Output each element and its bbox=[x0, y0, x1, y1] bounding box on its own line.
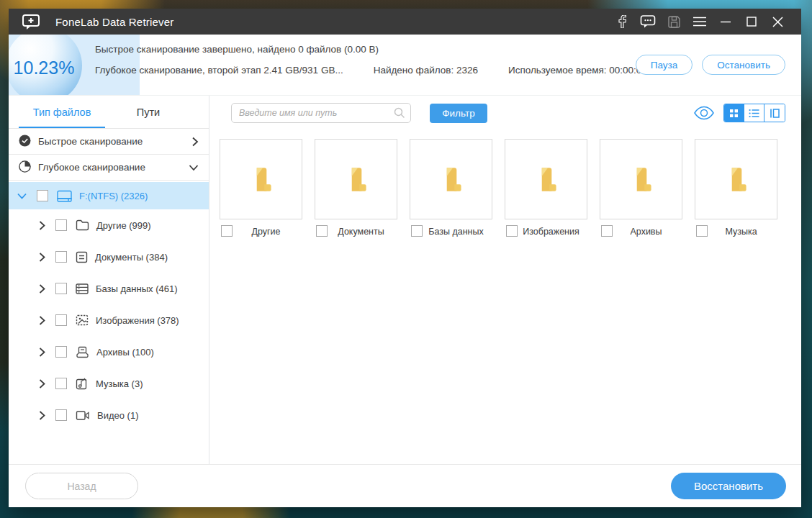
folder-card-archives: Архивы bbox=[600, 139, 682, 238]
chevron-right-icon bbox=[39, 411, 45, 420]
files-found-count: Найдено файлов: 2326 bbox=[374, 65, 478, 76]
node-checkbox[interactable] bbox=[55, 378, 67, 389]
chevron-right-icon bbox=[39, 284, 45, 294]
progress-percent: 10.23% bbox=[14, 58, 75, 78]
app-logo-icon bbox=[22, 13, 41, 30]
video-icon bbox=[76, 410, 90, 421]
view-mode-switcher bbox=[723, 104, 785, 122]
music-icon bbox=[76, 377, 89, 390]
node-label: Музыка (3) bbox=[96, 378, 143, 389]
folder-grid: Другие Документ bbox=[209, 130, 801, 238]
document-icon bbox=[76, 251, 88, 263]
drive-checkbox[interactable] bbox=[37, 190, 48, 201]
tree-node-images[interactable]: Изображения (378) bbox=[9, 304, 209, 336]
check-circle-icon bbox=[19, 135, 31, 149]
view-tools bbox=[693, 104, 785, 122]
chevron-right-icon bbox=[39, 379, 45, 388]
grid-view-icon[interactable] bbox=[724, 104, 744, 122]
folder-yellow-icon bbox=[531, 163, 561, 196]
tree-node-documents[interactable]: Документы (384) bbox=[9, 241, 209, 273]
eye-icon[interactable] bbox=[693, 105, 715, 121]
app-window: FoneLab Data Retriever bbox=[9, 9, 801, 507]
chevron-right-icon bbox=[39, 253, 45, 262]
pie-progress-icon bbox=[19, 160, 31, 175]
minimize-icon[interactable] bbox=[716, 12, 735, 31]
folder-tile[interactable] bbox=[410, 139, 492, 219]
folder-yellow-icon bbox=[436, 163, 466, 196]
node-label: Базы данных (461) bbox=[96, 283, 178, 294]
scan-status-line1: Быстрое сканирование завершено, найдено … bbox=[95, 44, 647, 55]
tab-paths[interactable]: Пути bbox=[105, 96, 191, 128]
stop-button[interactable]: Остановить bbox=[702, 55, 785, 75]
node-checkbox[interactable] bbox=[55, 314, 67, 326]
progress-band: 10.23% Быстрое сканирование завершено, н… bbox=[9, 35, 801, 95]
tree-node-other[interactable]: Другие (999) bbox=[9, 209, 209, 241]
folder-checkbox[interactable] bbox=[601, 225, 613, 237]
folder-checkbox[interactable] bbox=[696, 225, 708, 237]
sidebar-tabs: Тип файлов Пути bbox=[9, 96, 209, 129]
folder-yellow-icon bbox=[721, 163, 752, 196]
feedback-icon[interactable] bbox=[639, 12, 657, 31]
progress-sphere: 10.23% bbox=[9, 35, 82, 95]
sidebar: Тип файлов Пути Быстрое сканирование bbox=[9, 96, 209, 464]
archive-icon bbox=[76, 346, 89, 358]
folder-icon bbox=[76, 219, 89, 231]
tree-node-music[interactable]: Музыка (3) bbox=[9, 368, 209, 399]
titlebar: FoneLab Data Retriever bbox=[9, 9, 801, 35]
filter-button[interactable]: Фильтр bbox=[430, 104, 487, 123]
pause-button[interactable]: Пауза bbox=[636, 55, 693, 75]
quick-scan-row[interactable]: Быстрое сканирование bbox=[9, 129, 209, 155]
facebook-icon[interactable] bbox=[613, 12, 631, 31]
node-checkbox[interactable] bbox=[55, 346, 67, 358]
chevron-down-icon bbox=[189, 164, 199, 171]
folder-checkbox[interactable] bbox=[316, 225, 328, 237]
folder-tile[interactable] bbox=[220, 139, 302, 219]
recover-button[interactable]: Восстановить bbox=[671, 473, 786, 499]
column-view-icon[interactable] bbox=[764, 104, 785, 122]
folder-tile[interactable] bbox=[505, 139, 587, 219]
tree-node-archives[interactable]: Архивы (100) bbox=[9, 336, 209, 368]
close-icon[interactable] bbox=[768, 12, 787, 31]
search-icon bbox=[394, 107, 405, 122]
menu-icon[interactable] bbox=[690, 12, 709, 31]
tab-file-type[interactable]: Тип файлов bbox=[19, 96, 105, 128]
folder-checkbox[interactable] bbox=[506, 225, 518, 237]
node-checkbox[interactable] bbox=[55, 283, 67, 294]
node-checkbox[interactable] bbox=[55, 251, 67, 263]
tree-node-drive[interactable]: F:(NTFS) (2326) bbox=[9, 182, 209, 209]
folder-yellow-icon bbox=[246, 163, 276, 196]
folder-tile[interactable] bbox=[695, 139, 777, 219]
chevron-right-icon bbox=[39, 221, 45, 230]
main-toolbar: Фильтр bbox=[209, 96, 801, 130]
folder-card-images: Изображения bbox=[505, 139, 587, 238]
tree-node-databases[interactable]: Базы данных (461) bbox=[9, 273, 209, 304]
folder-checkbox[interactable] bbox=[221, 225, 233, 237]
tree-node-video[interactable]: Видео (1) bbox=[9, 399, 209, 431]
folder-card-databases: Базы данных bbox=[410, 139, 492, 238]
chevron-right-icon bbox=[191, 137, 199, 147]
save-icon[interactable] bbox=[664, 12, 683, 31]
back-button[interactable]: Назад bbox=[25, 473, 138, 499]
elapsed-time: Используемое время: 00:00:05 bbox=[508, 65, 647, 76]
footer-bar: Назад Восстановить bbox=[9, 464, 801, 507]
quick-scan-label: Быстрое сканирование bbox=[38, 136, 143, 147]
folder-yellow-icon bbox=[341, 163, 371, 196]
folder-yellow-icon bbox=[626, 163, 657, 196]
search-input[interactable] bbox=[231, 103, 411, 123]
folder-tile[interactable] bbox=[315, 139, 397, 219]
desktop-background: FoneLab Data Retriever bbox=[0, 0, 812, 518]
node-label: Документы (384) bbox=[95, 252, 168, 263]
deep-scan-label: Глубокое сканирование bbox=[38, 162, 145, 173]
node-checkbox[interactable] bbox=[55, 219, 67, 231]
folder-checkbox[interactable] bbox=[411, 225, 423, 237]
list-view-icon[interactable] bbox=[744, 104, 764, 122]
content-area: Тип файлов Пути Быстрое сканирование bbox=[9, 95, 801, 464]
maximize-icon[interactable] bbox=[742, 12, 761, 31]
folder-tile[interactable] bbox=[600, 139, 682, 219]
deep-scan-row[interactable]: Глубокое сканирование bbox=[9, 155, 209, 181]
node-checkbox[interactable] bbox=[55, 409, 67, 421]
window-title: FoneLab Data Retriever bbox=[55, 16, 174, 28]
folder-card-documents: Документы bbox=[315, 139, 397, 238]
folder-card-music: Музыка bbox=[695, 139, 777, 238]
drive-label: F:(NTFS) (2326) bbox=[79, 191, 148, 201]
